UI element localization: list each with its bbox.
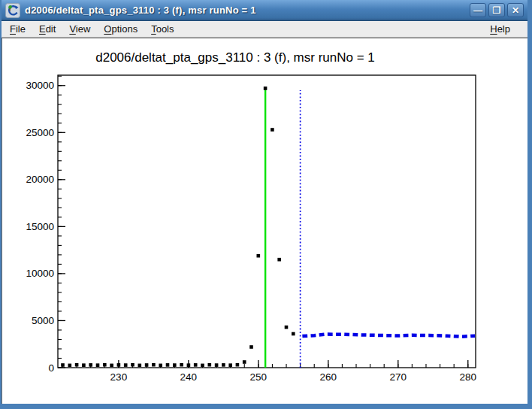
menu-options[interactable]: Options	[97, 22, 144, 36]
menu-file[interactable]: File	[3, 22, 32, 36]
plot-frame	[58, 75, 476, 368]
menu-help[interactable]: Help	[483, 22, 517, 36]
y-tick-label: 25000	[26, 127, 54, 138]
x-tick-label: 280	[460, 371, 477, 383]
y-axis: 050001000015000200002500030000	[26, 76, 65, 373]
x-tick-label: 250	[250, 371, 268, 383]
close-button[interactable]: ✕	[507, 3, 524, 17]
title-bar[interactable]: d2006/deltat_pta_gps_3110 : 3 (f), msr r…	[2, 0, 527, 21]
root-app-icon	[5, 2, 20, 18]
window-title: d2006/deltat_pta_gps_3110 : 3 (f), msr r…	[25, 5, 470, 16]
x-tick-label: 230	[110, 371, 128, 383]
y-tick-label: 15000	[26, 221, 54, 232]
menu-edit[interactable]: Edit	[32, 22, 62, 36]
background-level-line	[302, 335, 475, 337]
x-tick-label: 270	[390, 371, 407, 383]
histogram-data	[61, 86, 295, 367]
y-tick-label: 10000	[26, 268, 54, 279]
chart-svg: d2006/deltat_pta_gps_3110 : 3 (f), msr r…	[2, 38, 527, 404]
menu-tools[interactable]: Tools	[144, 22, 180, 36]
x-tick-label: 240	[180, 371, 198, 383]
y-tick-label: 5000	[32, 315, 54, 326]
x-tick-label: 260	[320, 371, 337, 383]
minimize-button[interactable]: —	[470, 3, 486, 17]
plot-canvas[interactable]: d2006/deltat_pta_gps_3110 : 3 (f), msr r…	[2, 38, 527, 404]
maximize-button[interactable]: ❐	[488, 3, 505, 17]
menu-bar: File Edit View Options Tools Help	[2, 21, 527, 38]
y-tick-label: 20000	[26, 174, 54, 185]
y-tick-label: 0	[48, 362, 54, 374]
y-tick-label: 30000	[26, 80, 54, 91]
menu-view[interactable]: View	[62, 22, 97, 36]
chart-title: d2006/deltat_pta_gps_3110 : 3 (f), msr r…	[95, 50, 375, 65]
window-controls: — ❐ ✕	[470, 3, 524, 17]
root-canvas-window: d2006/deltat_pta_gps_3110 : 3 (f), msr r…	[0, 0, 532, 409]
